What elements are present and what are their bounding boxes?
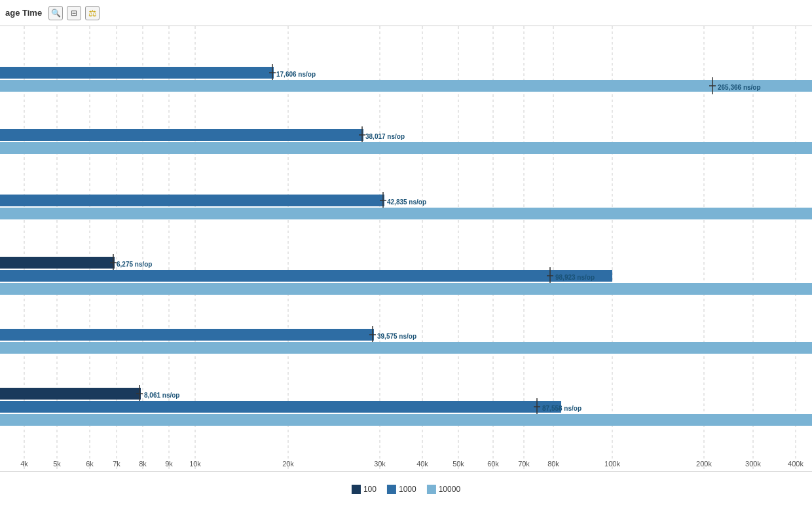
svg-text:8,061 ns/op: 8,061 ns/op	[144, 392, 179, 399]
svg-rect-35	[0, 208, 812, 219]
chart-title: age Time	[5, 8, 42, 18]
svg-text:39,575 ns/op: 39,575 ns/op	[377, 333, 416, 340]
x-tick-80k: 80k	[547, 460, 559, 468]
x-tick-20k: 20k	[282, 460, 294, 468]
x-tick-5k: 5k	[53, 460, 61, 468]
x-tick-70k: 70k	[518, 460, 530, 468]
svg-text:98,923 ns/op: 98,923 ns/op	[555, 274, 595, 281]
legend-item-10000: 10000	[427, 485, 460, 494]
legend-box-10000	[427, 485, 436, 494]
search-icon[interactable]: 🔍	[48, 6, 63, 20]
svg-rect-40	[0, 270, 612, 282]
filter-icon[interactable]: ⊟	[67, 6, 81, 20]
svg-text:42,835 ns/op: 42,835 ns/op	[387, 198, 426, 206]
x-tick-400k: 400k	[788, 460, 803, 468]
chart-bars: 17,606 ns/op 265,366 ns/op 38,017 ns/op …	[0, 26, 812, 472]
svg-text:6,275 ns/op: 6,275 ns/op	[117, 261, 152, 268]
x-tick-9k: 9k	[165, 460, 173, 468]
x-tick-50k: 50k	[452, 460, 464, 468]
svg-rect-36	[0, 257, 115, 269]
x-tick-200k: 200k	[696, 460, 712, 468]
svg-rect-59	[0, 414, 812, 426]
svg-rect-31	[0, 195, 384, 206]
x-tick-10k: 10k	[189, 460, 201, 468]
svg-text:87,558 ns/op: 87,558 ns/op	[542, 405, 581, 412]
x-tick-40k: 40k	[416, 460, 428, 468]
x-tick-100k: 100k	[604, 460, 620, 468]
x-tick-7k: 7k	[113, 460, 120, 468]
svg-rect-51	[0, 388, 141, 400]
scale-icon[interactable]: ⚖	[85, 6, 100, 20]
svg-rect-30	[0, 142, 812, 154]
x-tick-8k: 8k	[139, 460, 147, 468]
svg-rect-26	[0, 129, 363, 141]
x-tick-60k: 60k	[487, 460, 499, 468]
x-tick-4k: 4k	[20, 460, 28, 468]
x-axis: 4k 5k 6k 7k 8k 9k 10k 20k 30k 40k 50k 60…	[0, 457, 812, 470]
legend-box-100	[352, 485, 361, 494]
svg-rect-18	[0, 67, 274, 79]
legend-item-100: 100	[352, 485, 377, 494]
svg-rect-46	[0, 329, 374, 341]
legend-label-1000: 1000	[399, 485, 416, 494]
svg-text:17,606 ns/op: 17,606 ns/op	[276, 71, 316, 78]
svg-text:265,366 ns/op: 265,366 ns/op	[718, 84, 761, 91]
x-tick-30k: 30k	[374, 460, 386, 468]
legend-label-100: 100	[363, 485, 377, 494]
x-tick-300k: 300k	[745, 460, 761, 468]
toolbar: age Time 🔍 ⊟ ⚖	[0, 0, 812, 26]
chart-area: 17,606 ns/op 265,366 ns/op 38,017 ns/op …	[0, 26, 812, 498]
legend: 100 1000 10000	[352, 485, 460, 494]
legend-label-10000: 10000	[439, 485, 460, 494]
svg-rect-55	[0, 401, 561, 413]
svg-rect-44	[0, 283, 812, 295]
svg-text:38,017 ns/op: 38,017 ns/op	[365, 133, 405, 140]
svg-rect-50	[0, 342, 812, 354]
legend-item-1000: 1000	[387, 485, 416, 494]
svg-rect-22	[0, 80, 812, 92]
legend-box-1000	[387, 485, 396, 494]
x-tick-6k: 6k	[86, 460, 94, 468]
